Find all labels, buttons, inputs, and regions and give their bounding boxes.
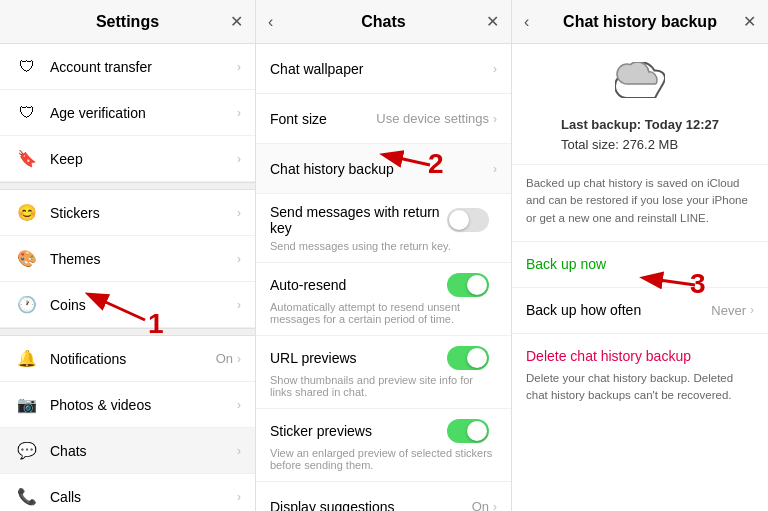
stickers-chevron: › <box>237 206 241 220</box>
settings-item-calls[interactable]: 📞 Calls › <box>0 474 255 511</box>
stickers-icon: 😊 <box>14 200 40 226</box>
backup-how-often-row[interactable]: Back up how often Never › <box>512 288 768 334</box>
settings-item-themes[interactable]: 🎨 Themes › <box>0 236 255 282</box>
settings-item-notifications[interactable]: 🔔 Notifications On › <box>0 336 255 382</box>
auto-resend-label: Auto-resend <box>270 277 447 293</box>
calls-chevron: › <box>237 490 241 504</box>
calls-icon: 📞 <box>14 484 40 510</box>
backup-how-often-label: Back up how often <box>526 302 711 318</box>
account-transfer-chevron: › <box>237 60 241 74</box>
settings-item-coins[interactable]: 🕐 Coins › <box>0 282 255 328</box>
backup-now-action[interactable]: Back up now <box>512 242 768 288</box>
chats-label: Chats <box>50 443 237 459</box>
chat-wallpaper-label: Chat wallpaper <box>270 61 493 77</box>
sticker-previews-toggle-knob <box>467 421 487 441</box>
chat-font-size-label: Font size <box>270 111 376 127</box>
backup-info: Last backup: Today 12:27 Total size: 276… <box>561 115 719 154</box>
return-key-sub: Send messages using the return key. <box>270 240 497 252</box>
settings-title: Settings <box>96 13 159 31</box>
notifications-value: On <box>216 351 233 366</box>
chats-close-button[interactable]: ✕ <box>486 12 499 31</box>
sticker-previews-sub: View an enlarged preview of selected sti… <box>270 447 497 471</box>
photos-videos-label: Photos & videos <box>50 397 237 413</box>
auto-resend-toggle[interactable] <box>447 273 489 297</box>
settings-item-photos-videos[interactable]: 📷 Photos & videos › <box>0 382 255 428</box>
chat-item-url-previews: URL previews Show thumbnails and preview… <box>256 336 511 409</box>
backup-content: Last backup: Today 12:27 Total size: 276… <box>512 44 768 511</box>
divider-2 <box>0 328 255 336</box>
stickers-label: Stickers <box>50 205 237 221</box>
backup-header: ‹ Chat history backup ✕ <box>512 0 768 44</box>
backup-cloud-section: Last backup: Today 12:27 Total size: 276… <box>512 44 768 165</box>
settings-item-account-transfer[interactable]: 🛡 Account transfer › <box>0 44 255 90</box>
chats-panel: ‹ Chats ✕ Chat wallpaper › Font size Use… <box>256 0 512 511</box>
settings-header: Settings ✕ <box>0 0 255 44</box>
sticker-previews-label: Sticker previews <box>270 423 447 439</box>
chats-back-button[interactable]: ‹ <box>268 13 273 31</box>
age-verification-label: Age verification <box>50 105 237 121</box>
backup-delete-desc: Delete your chat history backup. Deleted… <box>526 370 754 405</box>
notifications-icon: 🔔 <box>14 346 40 372</box>
account-transfer-icon: 🛡 <box>14 54 40 80</box>
chats-chevron: › <box>237 444 241 458</box>
display-suggestions-value: On <box>472 499 489 511</box>
chat-history-backup-chevron: › <box>493 162 497 176</box>
keep-label: Keep <box>50 151 237 167</box>
url-previews-toggle-knob <box>467 348 487 368</box>
chats-header: ‹ Chats ✕ <box>256 0 511 44</box>
notifications-chevron: › <box>237 352 241 366</box>
backup-description-section: Backed up chat history is saved on iClou… <box>512 165 768 242</box>
chat-item-history-backup[interactable]: Chat history backup › <box>256 144 511 194</box>
divider-1 <box>0 182 255 190</box>
chats-title: Chats <box>361 13 405 31</box>
chat-item-wallpaper[interactable]: Chat wallpaper › <box>256 44 511 94</box>
age-verification-icon: 🛡 <box>14 100 40 126</box>
backup-how-often-value: Never <box>711 303 746 318</box>
backup-title: Chat history backup <box>563 13 717 31</box>
chat-item-sticker-previews: Sticker previews View an enlarged previe… <box>256 409 511 482</box>
chats-list: Chat wallpaper › Font size Use device se… <box>256 44 511 511</box>
chat-font-size-value: Use device settings <box>376 111 489 126</box>
notifications-label: Notifications <box>50 351 216 367</box>
return-key-toggle[interactable] <box>447 208 489 232</box>
chat-item-display-suggestions[interactable]: Display suggestions On › <box>256 482 511 511</box>
auto-resend-toggle-knob <box>467 275 487 295</box>
chat-wallpaper-chevron: › <box>493 62 497 76</box>
last-backup-label: Last backup: Today 12:27 <box>561 115 719 135</box>
chat-history-backup-label: Chat history backup <box>270 161 493 177</box>
settings-item-stickers[interactable]: 😊 Stickers › <box>0 190 255 236</box>
display-suggestions-content: Display suggestions <box>270 499 472 512</box>
chat-item-font-size[interactable]: Font size Use device settings › <box>256 94 511 144</box>
url-previews-toggle[interactable] <box>447 346 489 370</box>
chat-font-size-chevron: › <box>493 112 497 126</box>
chat-history-backup-content: Chat history backup <box>270 161 493 177</box>
settings-item-age-verification[interactable]: 🛡 Age verification › <box>0 90 255 136</box>
age-verification-chevron: › <box>237 106 241 120</box>
auto-resend-sub: Automatically attempt to resend unsent m… <box>270 301 497 325</box>
chat-item-return-key: Send messages with return key Send messa… <box>256 194 511 263</box>
backup-delete-label[interactable]: Delete chat history backup <box>526 348 754 364</box>
backup-back-button[interactable]: ‹ <box>524 13 529 31</box>
backup-close-button[interactable]: ✕ <box>743 12 756 31</box>
return-key-label: Send messages with return key <box>270 204 447 236</box>
sticker-previews-toggle[interactable] <box>447 419 489 443</box>
account-transfer-label: Account transfer <box>50 59 237 75</box>
settings-item-keep[interactable]: 🔖 Keep › <box>0 136 255 182</box>
url-previews-sub: Show thumbnails and preview site info fo… <box>270 374 497 398</box>
settings-panel: Settings ✕ 🛡 Account transfer › 🛡 Age ve… <box>0 0 256 511</box>
coins-icon: 🕐 <box>14 292 40 318</box>
chats-icon: 💬 <box>14 438 40 464</box>
photos-videos-icon: 📷 <box>14 392 40 418</box>
chat-wallpaper-content: Chat wallpaper <box>270 61 493 77</box>
settings-list: 🛡 Account transfer › 🛡 Age verification … <box>0 44 255 511</box>
backup-delete-section: Delete chat history backup Delete your c… <box>512 334 768 419</box>
return-key-toggle-knob <box>449 210 469 230</box>
display-suggestions-chevron: › <box>493 500 497 512</box>
calls-label: Calls <box>50 489 237 505</box>
keep-icon: 🔖 <box>14 146 40 172</box>
settings-item-chats[interactable]: 💬 Chats › <box>0 428 255 474</box>
coins-label: Coins <box>50 297 237 313</box>
backup-description-text: Backed up chat history is saved on iClou… <box>526 175 754 227</box>
photos-videos-chevron: › <box>237 398 241 412</box>
settings-close-button[interactable]: ✕ <box>230 12 243 31</box>
